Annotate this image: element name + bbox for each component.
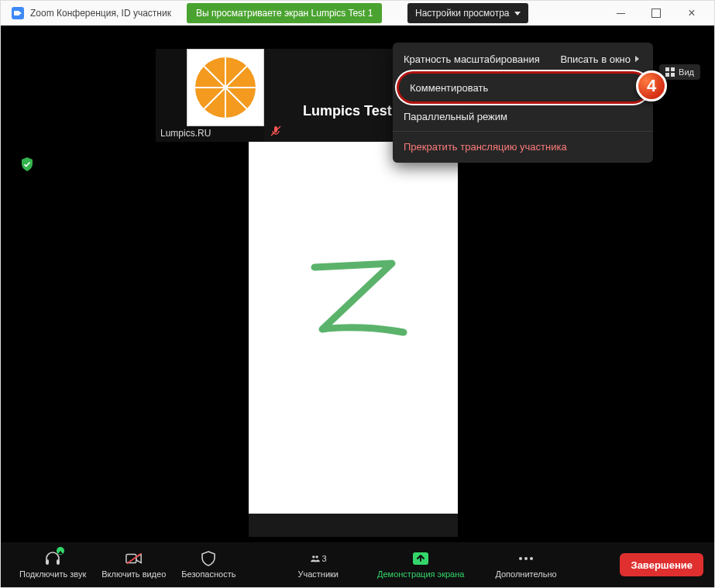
start-video-button[interactable]: Включить видео	[94, 542, 174, 587]
participant-tile[interactable]: Lumpics Test	[264, 49, 396, 142]
end-button-label: Завершение	[631, 559, 693, 571]
annotation-stroke	[295, 258, 419, 351]
menu-item-label: Прекратить трансляцию участника	[404, 141, 567, 153]
toolbar-label: Дополнительно	[495, 569, 556, 579]
step-number: 4	[647, 76, 656, 96]
participant-name: Lumpics Test	[303, 103, 392, 119]
menu-stop-share[interactable]: Прекратить трансляцию участника	[393, 133, 653, 160]
people-icon: 3	[310, 551, 327, 566]
menu-item-label: Вписать в окно	[560, 53, 631, 65]
toolbar-label: Безопасность	[181, 569, 235, 579]
app-window: Zoom Конференция, ID участник Вы просмат…	[0, 0, 715, 588]
view-settings-button[interactable]: Настройки просмотра	[407, 3, 528, 23]
encryption-shield-icon[interactable]	[21, 157, 33, 171]
headphones-icon	[44, 551, 61, 566]
shared-canvas	[249, 142, 458, 514]
svg-rect-1	[46, 559, 49, 565]
svg-rect-2	[57, 559, 60, 565]
window-title: Zoom Конференция, ID участник	[30, 8, 171, 19]
participants-button[interactable]: 3 Участники	[290, 542, 346, 587]
arrow-up-badge-icon	[57, 547, 64, 555]
share-screen-button[interactable]: Демонстрация экрана	[370, 542, 472, 587]
participant-name: Lumpics.RU	[160, 128, 211, 139]
view-settings-menu: Кратность масштабирования Вписать в окно…	[393, 43, 653, 163]
chevron-right-icon	[635, 56, 642, 62]
svg-point-5	[312, 555, 315, 558]
zoom-app-icon	[12, 7, 24, 19]
toolbar-label: Участники	[297, 569, 339, 579]
join-audio-button[interactable]: Подключить звук	[12, 542, 94, 587]
more-icon	[517, 551, 535, 566]
shared-screen[interactable]	[249, 142, 458, 537]
window-controls: ×	[603, 1, 710, 26]
svg-point-6	[315, 555, 318, 558]
muted-mic-icon	[270, 126, 281, 139]
svg-point-10	[530, 557, 533, 560]
security-button[interactable]: Безопасность	[174, 542, 243, 587]
participant-tiles: Lumpics.RU Lumpics Test	[156, 49, 396, 142]
menu-item-label: Параллельный режим	[404, 111, 507, 122]
participant-tile[interactable]: Lumpics.RU	[156, 49, 264, 142]
end-meeting-button[interactable]: Завершение	[620, 553, 703, 576]
sharing-banner-text: Вы просматриваете экран Lumpics Test 1	[196, 3, 373, 23]
chevron-down-icon	[514, 12, 521, 19]
share-screen-icon	[412, 551, 429, 566]
menu-item-label: Комментировать	[410, 82, 488, 94]
menu-separator	[393, 131, 653, 132]
step-badge: 4	[636, 70, 667, 101]
participant-avatar	[187, 49, 264, 126]
menu-annotate[interactable]: Комментировать	[399, 74, 647, 101]
grid-icon	[665, 67, 675, 77]
svg-point-8	[519, 557, 522, 560]
orange-logo-icon	[195, 57, 256, 118]
menu-side-by-side[interactable]: Параллельный режим	[393, 103, 653, 129]
view-mode-button[interactable]: Вид	[659, 64, 700, 80]
svg-point-9	[524, 557, 528, 560]
sharing-banner: Вы просматриваете экран Lumpics Test 1	[187, 3, 382, 23]
meeting-toolbar: Подключить звук Включить видео Безопасно…	[1, 542, 714, 587]
view-settings-label: Настройки просмотра	[415, 3, 510, 23]
meeting-stage: Вид Lumpics.RU	[1, 26, 714, 542]
toolbar-label: Включить видео	[101, 569, 166, 579]
toolbar-label: Демонстрация экрана	[377, 569, 464, 579]
menu-zoom-ratio[interactable]: Кратность масштабирования Вписать в окно	[393, 46, 653, 72]
toolbar-label: Подключить звук	[19, 569, 86, 579]
camera-off-icon	[125, 551, 143, 566]
minimize-button[interactable]	[603, 1, 638, 26]
view-mode-label: Вид	[679, 67, 694, 77]
close-button[interactable]: ×	[674, 1, 710, 26]
shield-icon	[200, 551, 217, 566]
titlebar: Zoom Конференция, ID участник Вы просмат…	[1, 1, 714, 26]
menu-item-label: Кратность масштабирования	[404, 53, 540, 65]
more-button[interactable]: Дополнительно	[487, 542, 564, 587]
participants-count: 3	[322, 554, 327, 563]
maximize-button[interactable]	[638, 1, 674, 26]
